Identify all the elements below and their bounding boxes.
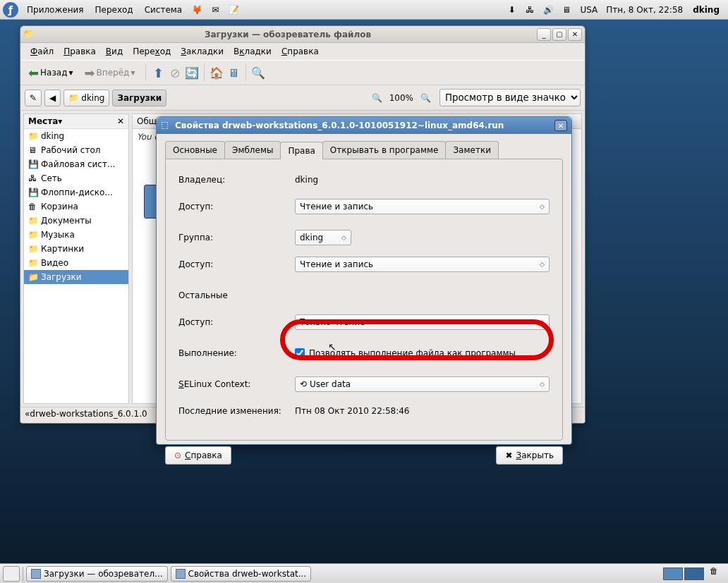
path-back-button[interactable]: ◀: [44, 90, 61, 106]
workspace-1[interactable]: [663, 567, 683, 580]
help-icon: ⊙: [174, 450, 181, 460]
others-access-select[interactable]: Только чтение: [295, 314, 550, 330]
execute-checkbox[interactable]: [295, 348, 305, 358]
bottom-panel: Загрузки — обозревател... Свойства drweb…: [0, 563, 728, 583]
maximize-button[interactable]: ▢: [552, 28, 566, 41]
selinux-label: SELinux Context:: [178, 379, 295, 389]
display-icon[interactable]: 🖥: [559, 3, 574, 17]
props-tabs: Основные Эмблемы Права Открывать в прогр…: [157, 134, 571, 159]
fm-pathbar: ✎ ◀ 📁 dking Загрузки 🔍 100% 🔍 Просмотр в…: [20, 85, 585, 111]
sidebar-item-pictures[interactable]: 📁Картинки: [24, 242, 128, 256]
others-access-label: Доступ:: [178, 317, 295, 327]
fm-sidebar: Места▾✕ 📁dking 🖥Рабочий стол 💾Файловая с…: [23, 113, 129, 404]
back-button[interactable]: ⬅Назад▾: [25, 63, 80, 82]
close-button[interactable]: ✕: [568, 28, 582, 41]
notes-icon[interactable]: 📝: [226, 3, 241, 17]
user-menu[interactable]: dking: [687, 5, 725, 15]
sidebar-item-videos[interactable]: 📁Видео: [24, 256, 128, 270]
clock[interactable]: Птн, 8 Окт, 22:58: [602, 5, 687, 15]
mtime-value: Птн 08 Окт 2010 22:58:46: [295, 406, 550, 416]
menu-bookmarks[interactable]: Закладки: [176, 45, 228, 58]
selinux-select[interactable]: ⟲ User data: [295, 376, 550, 392]
tab-openwith[interactable]: Открывать в программе: [322, 141, 447, 159]
fm-titlebar[interactable]: 📁 Загрузки — обозреватель файлов _ ▢ ✕: [20, 26, 585, 43]
menu-help[interactable]: Справка: [277, 45, 323, 58]
keyboard-layout[interactable]: USA: [576, 5, 602, 15]
menu-file[interactable]: Файл: [26, 45, 58, 58]
workspace-switcher[interactable]: [663, 567, 704, 580]
sidebar-item-home[interactable]: 📁dking: [24, 129, 128, 143]
edit-path-button[interactable]: ✎: [25, 90, 42, 106]
owner-value: dking: [295, 175, 550, 185]
sidebar-item-documents[interactable]: 📁Документы: [24, 214, 128, 228]
reload-icon[interactable]: 🔄: [184, 65, 200, 80]
close-icon: ✖: [505, 450, 512, 460]
folder-icon: 📁: [23, 29, 35, 40]
update-icon[interactable]: ⬇: [504, 3, 518, 17]
props-titlebar[interactable]: ⬚ Свойства drweb-workstations_6.0.1.0-10…: [157, 117, 571, 134]
sidebar-item-downloads[interactable]: 📁Загрузки: [24, 270, 128, 284]
computer-icon[interactable]: 🖥: [226, 65, 241, 80]
menu-applications[interactable]: Приложения: [21, 2, 90, 18]
firefox-icon[interactable]: 🦊: [190, 3, 204, 17]
tab-emblems[interactable]: Эмблемы: [224, 141, 281, 159]
minimize-button[interactable]: _: [537, 28, 551, 41]
fm-toolbar: ⬅Назад▾ ➡Вперёд▾ ⬆ ⊘ 🔄 🏠 🖥 🔍: [20, 60, 585, 85]
fedora-logo-icon[interactable]: ƒ: [3, 2, 18, 18]
sidebar-item-trash[interactable]: 🗑Корзина: [24, 200, 128, 214]
show-desktop-button[interactable]: [3, 566, 20, 582]
group-select[interactable]: dking: [295, 230, 351, 245]
forward-button: ➡Вперёд▾: [81, 63, 142, 82]
props-close-button[interactable]: ✕: [554, 120, 567, 131]
menu-tabs[interactable]: Вкладки: [229, 45, 276, 58]
sidebar-item-music[interactable]: 📁Музыка: [24, 228, 128, 242]
zoom-out-icon[interactable]: 🔍: [372, 93, 382, 103]
sidebar-item-floppy[interactable]: 💾Флоппи-диско...: [24, 185, 128, 200]
home-icon[interactable]: 🏠: [209, 65, 224, 80]
owner-access-label: Доступ:: [178, 202, 295, 211]
help-button[interactable]: ⊙Справка: [165, 446, 231, 465]
others-label: Остальные: [178, 290, 295, 300]
tab-notes[interactable]: Заметки: [445, 141, 499, 159]
sidebar-item-network[interactable]: 🖧Сеть: [24, 171, 128, 185]
owner-label: Владелец:: [178, 175, 295, 185]
path-current[interactable]: Загрузки: [112, 90, 166, 106]
execute-checkbox-label[interactable]: Позволять выполнение файла как программы: [309, 348, 516, 358]
close-dialog-button[interactable]: ✖Закрыть: [496, 446, 563, 465]
up-icon[interactable]: ⬆: [150, 65, 166, 80]
fm-title: Загрузки — обозреватель файлов: [39, 30, 537, 39]
menu-edit[interactable]: Правка: [59, 45, 100, 58]
zoom-level: 100%: [385, 93, 418, 103]
mail-icon[interactable]: ✉: [208, 3, 222, 17]
sidebar-close-icon[interactable]: ✕: [117, 116, 124, 126]
owner-access-select[interactable]: Чтение и запись: [295, 199, 550, 214]
dialog-icon: ⬚: [161, 120, 172, 131]
props-title: Свойства drweb-workstations_6.0.1.0-1010…: [175, 121, 554, 130]
taskbar-item-filemanager[interactable]: Загрузки — обозревател...: [26, 566, 168, 582]
menu-system[interactable]: Система: [139, 2, 188, 18]
volume-icon[interactable]: 🔊: [541, 3, 555, 17]
group-access-select[interactable]: Чтение и запись: [295, 257, 550, 272]
stop-icon: ⊘: [167, 65, 183, 80]
execute-label: Выполнение:: [178, 348, 295, 358]
sidebar-header[interactable]: Места▾✕: [24, 114, 128, 129]
search-icon[interactable]: 🔍: [250, 65, 266, 80]
sidebar-item-desktop[interactable]: 🖥Рабочий стол: [24, 143, 128, 157]
zoom-in-icon[interactable]: 🔍: [420, 93, 431, 103]
dialog-icon: [176, 569, 186, 579]
group-label: Группа:: [178, 233, 295, 243]
workspace-2[interactable]: [684, 567, 704, 580]
taskbar-item-properties[interactable]: Свойства drweb-workstat...: [171, 566, 312, 582]
properties-dialog: ⬚ Свойства drweb-workstations_6.0.1.0-10…: [156, 116, 572, 445]
menu-view[interactable]: Вид: [102, 45, 127, 58]
sidebar-item-filesystem[interactable]: 💾Файловая сист...: [24, 157, 128, 171]
network-icon[interactable]: 🖧: [523, 3, 537, 17]
trash-icon[interactable]: 🗑: [710, 566, 725, 582]
menu-go[interactable]: Переход: [128, 45, 175, 58]
menu-places[interactable]: Переход: [90, 2, 139, 18]
path-home[interactable]: 📁 dking: [63, 90, 109, 106]
tab-permissions[interactable]: Права: [280, 142, 322, 159]
tab-basic[interactable]: Основные: [165, 141, 225, 159]
fm-menubar: Файл Правка Вид Переход Закладки Вкладки…: [20, 43, 585, 60]
view-mode-select[interactable]: Просмотр в виде значков: [439, 89, 581, 106]
